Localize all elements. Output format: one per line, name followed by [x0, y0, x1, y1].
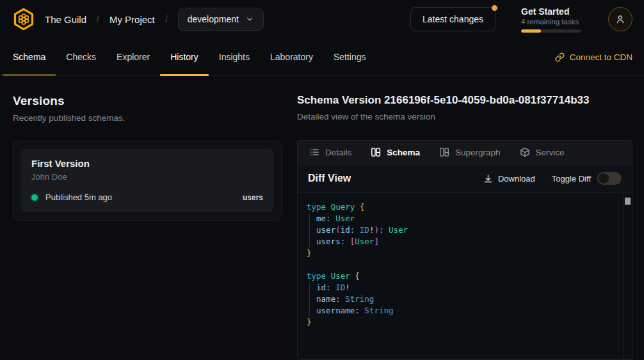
versions-title: Versions [13, 94, 282, 108]
code-line: users: [User] [307, 236, 616, 247]
version-name: First Version [31, 158, 263, 169]
nav-tab-label: Settings [334, 52, 366, 62]
get-started-title: Get Started [521, 6, 585, 17]
code-scrollbar [623, 193, 632, 359]
connect-to-cdn-button[interactable]: Connect to CDN [555, 52, 632, 62]
user-avatar[interactable] [608, 7, 632, 31]
nav-tab-schema[interactable]: Schema [3, 38, 56, 75]
main-nav: Schema Checks Explorer History Insights … [0, 38, 644, 76]
nav-spacer [376, 38, 555, 75]
diff-view-header: Diff View Download Toggle Diff [298, 164, 632, 193]
hive-logo-icon[interactable] [12, 7, 36, 31]
code-line: } [307, 317, 616, 328]
code-line [307, 259, 616, 270]
version-author: John Doe [31, 172, 263, 182]
tab-label: Service [536, 148, 565, 157]
schema-version-title: Schema Version 2166196f-5e10-4059-bd0a-0… [297, 94, 632, 107]
diff-view-title: Diff View [308, 173, 351, 184]
download-button[interactable]: Download [483, 174, 535, 184]
chevron-down-icon [245, 15, 254, 24]
code-line: type Query { [307, 201, 616, 213]
columns-icon [371, 147, 381, 157]
breadcrumb-separator: / [164, 14, 169, 24]
toggle-diff-switch[interactable] [597, 172, 622, 185]
schema-detail-tabs: Details Schema Supergr [298, 141, 632, 164]
get-started-progressbar [521, 29, 581, 33]
published-status-dot [31, 194, 38, 201]
nav-tab-label: Checks [66, 52, 96, 62]
get-started-subtitle: 4 remaining tasks [521, 18, 585, 26]
download-icon [483, 174, 493, 184]
toggle-diff-label: Toggle Diff [552, 174, 591, 184]
nav-tab-label: Schema [13, 52, 45, 62]
top-bar: The Guild / My Project / development Lat… [0, 0, 644, 38]
nav-tab-history[interactable]: History [160, 38, 209, 75]
code-block: type Query { me: User user(id: ID!): Use… [298, 193, 632, 328]
schema-version-subtitle: Detailed view of the schema version [297, 112, 632, 121]
version-meta-row: Published 5m ago users [31, 192, 263, 202]
code-line: id: ID! [307, 282, 616, 293]
tab-service[interactable]: Service [520, 147, 565, 157]
connect-to-cdn-label: Connect to CDN [570, 52, 632, 62]
code-line: } [307, 247, 616, 259]
nav-tab-insights[interactable]: Insights [209, 38, 260, 75]
breadcrumb-separator: / [95, 14, 101, 24]
tab-underline [3, 74, 56, 76]
breadcrumb-project[interactable]: My Project [109, 14, 155, 25]
versions-panel: Versions Recently published schemas. Fir… [0, 76, 297, 360]
code-line: type User { [307, 270, 616, 282]
target-selector-dropdown[interactable]: development [178, 8, 264, 31]
notification-dot [492, 5, 497, 11]
list-icon [309, 147, 319, 157]
target-selector-value: development [188, 14, 239, 24]
tab-label: Supergraph [455, 148, 501, 157]
diff-actions: Download Toggle Diff [483, 172, 622, 185]
latest-changes-button[interactable]: Latest changes [410, 7, 495, 31]
code-line: user(id: ID!): User [307, 224, 616, 236]
nav-tab-label: Explorer [117, 52, 150, 62]
main-content: Versions Recently published schemas. Fir… [0, 76, 644, 360]
nav-tab-explorer[interactable]: Explorer [106, 38, 160, 75]
nav-tab-label: History [170, 52, 198, 62]
toggle-diff-group: Toggle Diff [552, 172, 622, 185]
schema-code-area: type Query { me: User user(id: ID!): Use… [298, 193, 632, 359]
code-line: me: User [307, 213, 616, 224]
indent-guide [309, 213, 310, 247]
nav-tab-label: Insights [219, 52, 250, 62]
box-icon [520, 147, 530, 157]
indent-guide [309, 282, 310, 317]
version-status: Published 5m ago [45, 192, 112, 202]
schema-detail-box: Details Schema Supergr [297, 140, 632, 360]
breadcrumb-org[interactable]: The Guild [45, 14, 86, 25]
nav-tab-settings[interactable]: Settings [323, 38, 376, 75]
nav-tab-laboratory[interactable]: Laboratory [260, 38, 323, 75]
latest-changes-label: Latest changes [423, 14, 483, 24]
tab-underline [160, 74, 209, 76]
version-service-badge: users [243, 193, 263, 202]
nav-tab-label: Laboratory [270, 52, 313, 62]
version-list-item[interactable]: First Version John Doe Published 5m ago … [13, 141, 282, 221]
version-card: First Version John Doe Published 5m ago … [21, 149, 273, 212]
get-started-widget[interactable]: Get Started 4 remaining tasks [521, 6, 585, 33]
code-line: username: String [307, 305, 616, 317]
tab-details[interactable]: Details [309, 147, 351, 157]
code-scrollbar-thumb[interactable] [625, 198, 631, 205]
schema-version-panel: Schema Version 2166196f-5e10-4059-bd0a-0… [297, 76, 644, 360]
link-icon [555, 52, 565, 62]
person-icon [615, 13, 626, 25]
code-line: name: String [307, 293, 616, 305]
columns-icon [439, 147, 449, 157]
nav-tab-checks[interactable]: Checks [56, 38, 106, 75]
tab-schema[interactable]: Schema [371, 147, 420, 157]
tab-supergraph[interactable]: Supergraph [439, 147, 501, 157]
get-started-progress-fill [521, 29, 541, 33]
tab-label: Details [325, 148, 351, 157]
versions-subtitle: Recently published schemas. [13, 113, 282, 123]
tab-label: Schema [387, 148, 420, 157]
toggle-knob [599, 173, 609, 184]
download-label: Download [498, 174, 535, 184]
